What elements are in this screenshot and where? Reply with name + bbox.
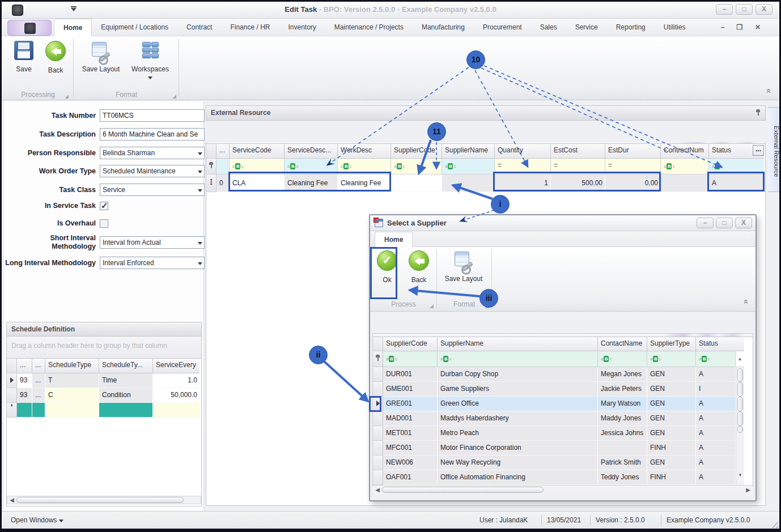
cell[interactable] (153, 403, 200, 418)
table-row[interactable]: MFC001 Motor Finance Corporation FINH A (373, 441, 753, 456)
new-row[interactable]: * (7, 403, 201, 418)
filter-cell[interactable]: aBc (661, 159, 709, 175)
cell[interactable]: GEN (647, 411, 696, 426)
cell[interactable]: 1.0 (153, 373, 200, 388)
cell[interactable] (32, 403, 45, 418)
open-windows-button[interactable]: Open Windows (11, 516, 63, 524)
schedule-hscrollbar[interactable]: ◀ (7, 496, 201, 504)
filter-cell[interactable]: aBc (438, 351, 598, 367)
task-description-input[interactable] (100, 128, 205, 141)
mdi-close-icon[interactable]: ✕ (753, 23, 762, 32)
cell[interactable]: GME001 (383, 382, 438, 397)
cell[interactable]: FINH (647, 470, 696, 485)
cell[interactable] (45, 403, 99, 418)
dialog-close-button[interactable]: X (735, 218, 752, 228)
workspaces-button[interactable]: Workspaces (128, 41, 173, 88)
equals-filter-icon[interactable]: = (498, 161, 502, 169)
abc-filter-icon[interactable]: aBc (287, 163, 298, 169)
cell[interactable]: Jackie Peters (598, 382, 647, 397)
cell[interactable]: A (696, 470, 736, 485)
cell[interactable]: Motor Finance Corporation (438, 441, 598, 456)
tab-manufacturing[interactable]: Manufacturing (413, 19, 474, 36)
cell[interactable]: Patrick Smith (598, 456, 647, 470)
dialog-launcher-icon[interactable] (172, 95, 176, 99)
cell[interactable]: T (45, 373, 99, 388)
tab-inventory[interactable]: Inventory (279, 19, 325, 36)
cell[interactable]: Durban Copy Shop (438, 367, 598, 382)
task-number-input[interactable] (100, 109, 205, 122)
cell[interactable]: Game Suppliers (438, 382, 598, 397)
column-header-suppliername[interactable]: SupplierName (438, 337, 598, 351)
column-header-suppliername[interactable]: SupplierName (442, 144, 495, 159)
scroll-thumb[interactable] (737, 411, 743, 426)
is-overhaul-checkbox[interactable] (100, 219, 108, 228)
cell[interactable]: DUR001 (383, 367, 438, 382)
back-button[interactable]: Back (39, 41, 72, 88)
filter-cell[interactable]: aBc (391, 159, 442, 175)
cell[interactable]: 93 (17, 388, 32, 403)
table-row[interactable]: 93 ... C Condition 50,000.0 (7, 388, 201, 403)
supplier-hscrollbar[interactable]: ◀ ▶ (373, 485, 753, 494)
work-order-type-select[interactable]: Scheduled Maintenance (100, 165, 205, 177)
in-service-task-checkbox[interactable] (100, 202, 108, 210)
maximize-button[interactable]: □ (736, 4, 753, 15)
cell[interactable]: Metro Peach (438, 426, 598, 441)
cell[interactable] (99, 403, 153, 418)
table-row[interactable]: OAF001 Office Automation Financing Teddy… (373, 470, 753, 485)
cell[interactable]: GEN (647, 426, 696, 441)
ribbon-collapse-icon[interactable]: « (744, 297, 749, 307)
external-resource-side-tab[interactable]: External Resource (768, 107, 780, 192)
cell[interactable]: A (696, 411, 736, 426)
cell[interactable] (17, 403, 32, 418)
cell[interactable]: Megan Jones (598, 367, 647, 382)
cell[interactable]: ... (32, 373, 45, 388)
scroll-thumb[interactable] (737, 397, 743, 411)
scroll-right-icon[interactable]: ▶ (744, 487, 753, 493)
close-button[interactable]: X (755, 4, 772, 15)
abc-filter-icon[interactable]: aBc (445, 163, 456, 169)
cell[interactable]: OAF001 (383, 470, 438, 485)
scroll-up-icon[interactable]: ▲ (736, 351, 744, 367)
save-button[interactable]: Save (7, 41, 40, 88)
cell[interactable]: MAD001 (383, 411, 438, 426)
column-header-suppliertype[interactable]: SupplierType (647, 337, 696, 351)
column-header-scheduletyname[interactable]: ScheduleTy... (99, 359, 153, 373)
application-menu-button[interactable] (7, 20, 52, 36)
short-interval-select[interactable]: Interval from Actual (100, 236, 205, 249)
abc-filter-icon[interactable]: aBc (601, 356, 612, 362)
tab-service[interactable]: Service (566, 19, 607, 36)
cell[interactable]: GEN (647, 456, 696, 470)
cell[interactable]: NEW006 (383, 456, 438, 470)
mdi-minimize-icon[interactable]: – (718, 23, 727, 32)
cell[interactable]: A (696, 367, 736, 382)
cell-contractnum[interactable] (661, 175, 709, 192)
scroll-down-icon[interactable]: ▼ (738, 473, 742, 478)
tab-utilities[interactable]: Utilities (655, 19, 695, 36)
filter-cell[interactable]: aBc (647, 351, 696, 367)
cell[interactable]: Office Automation Financing (438, 470, 598, 485)
cell[interactable]: C (45, 388, 99, 403)
column-header-suppliercode[interactable]: SupplierCode (391, 144, 442, 159)
filter-pin-icon[interactable] (209, 162, 214, 168)
cell[interactable]: MFC001 (383, 441, 438, 456)
cell[interactable]: GEN (647, 397, 696, 411)
column-header-estdur[interactable]: EstDur (605, 144, 661, 159)
resize-grip[interactable] (771, 521, 778, 528)
table-row[interactable]: MAD001 Maddys Haberdashery Maddy Jones G… (373, 411, 753, 426)
long-interval-select[interactable]: Interval Enforced (100, 257, 205, 269)
tab-reporting[interactable]: Reporting (607, 19, 655, 36)
filter-cell[interactable]: aBc (442, 159, 495, 175)
column-header-status[interactable]: Status (696, 337, 744, 351)
scroll-thumb[interactable] (16, 497, 184, 503)
dialog-maximize-button[interactable]: □ (716, 218, 733, 228)
column-header-serviceevery[interactable]: ServiceEvery (153, 359, 200, 373)
filter-cell[interactable]: aBc (598, 351, 647, 367)
abc-filter-icon[interactable]: aBc (232, 163, 243, 169)
cell[interactable]: Maddy Jones (598, 411, 647, 426)
dialog-back-button[interactable]: Back (405, 250, 432, 298)
cell[interactable]: Mary Watson (598, 397, 647, 411)
column-header-servicecode[interactable]: ServiceCode (230, 144, 285, 159)
abc-filter-icon[interactable]: aBc (341, 163, 351, 169)
cell[interactable]: 93 (17, 373, 32, 388)
cell[interactable]: Teddy Jones (598, 470, 647, 485)
